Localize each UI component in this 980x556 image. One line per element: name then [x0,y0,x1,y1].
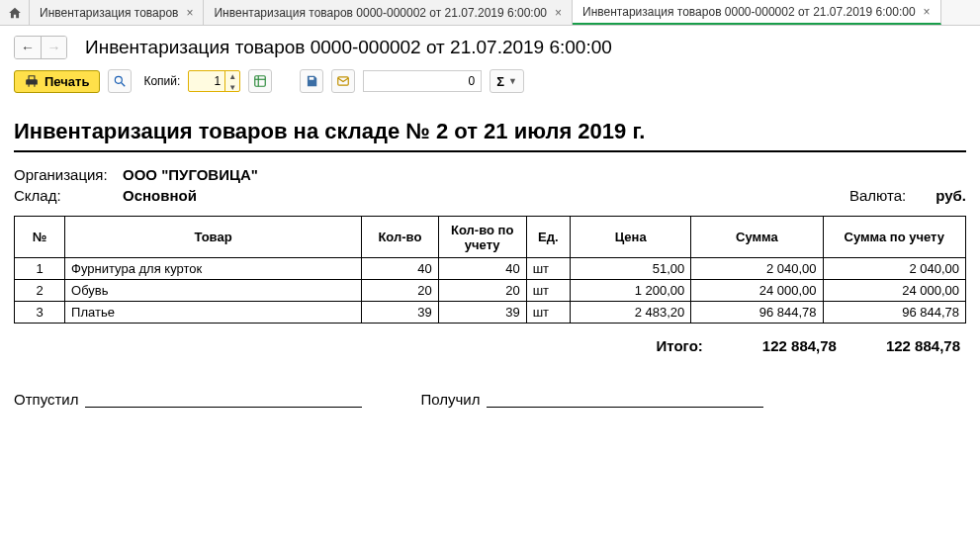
close-icon[interactable]: × [186,6,193,20]
page-title: Инвентаризация товаров 0000-000002 от 21… [85,37,612,58]
sign-recv-label: Получил [421,391,481,408]
tab-label: Инвентаризация товаров 0000-000002 от 21… [582,5,916,19]
cell-unit: шт [526,258,570,280]
svg-point-0 [116,76,123,83]
cell-sum: 96 844,78 [691,302,823,324]
cell-sum-acc: 24 000,00 [823,280,965,302]
nav-arrows: ← → [14,36,67,59]
currency-label: Валюта: [849,187,906,204]
cell-num: 2 [15,280,65,302]
spin-down-icon[interactable]: ▼ [225,82,239,93]
cell-sum-acc: 96 844,78 [823,302,965,324]
svg-rect-2 [255,76,266,87]
home-icon [8,6,22,20]
preview-button[interactable] [108,69,132,93]
totals-sum: 122 884,78 [762,337,837,354]
tab-label: Инвентаризация товаров [40,6,178,20]
col-unit: Ед. [526,217,570,258]
cell-qty: 39 [362,302,439,324]
sign-sent-line [85,390,362,408]
svg-line-1 [122,83,126,87]
meta-wh: Склад: Основной Валюта: руб. [14,187,966,204]
meta-org: Организация: ООО "ПУГОВИЦА" [14,166,966,183]
cell-num: 1 [15,258,65,280]
print-button[interactable]: Печать [14,70,100,93]
grid-icon [253,74,267,88]
cell-unit: шт [526,280,570,302]
cell-sum-acc: 2 040,00 [823,258,965,280]
col-item: Товар [65,217,362,258]
sign-recv: Получил [421,390,763,408]
col-qty: Кол-во [362,217,439,258]
org-label: Организация: [14,166,123,183]
cell-qty-acc: 40 [438,258,526,280]
cell-unit: шт [526,302,570,324]
cell-qty-acc: 39 [438,302,526,324]
spin-up-icon[interactable]: ▲ [225,71,239,82]
tab-3-active[interactable]: Инвентаризация товаров 0000-000002 от 21… [573,0,941,25]
col-sum-acc: Сумма по учету [823,217,965,258]
items-table: № Товар Кол-во Кол-во по учету Ед. Цена … [14,216,966,324]
sign-sent: Отпустил [14,390,362,408]
save-button[interactable] [300,69,323,93]
wh-value: Основной [123,187,197,204]
copies-stepper[interactable]: ▲ ▼ [188,70,240,92]
back-button[interactable]: ← [15,37,41,58]
copies-spin[interactable]: ▲ ▼ [224,71,239,91]
print-label: Печать [45,74,89,89]
tab-label: Инвентаризация товаров 0000-000002 от 21… [214,6,547,20]
toolbar: Печать Копий: ▲ ▼ Σ ▼ [0,65,980,103]
cell-item: Обувь [65,280,362,302]
totals-label: Итого: [657,337,703,354]
document-title: Инвентаризация товаров на складе № 2 от … [14,119,966,152]
cell-price: 2 483,20 [571,302,691,324]
tab-2[interactable]: Инвентаризация товаров 0000-000002 от 21… [204,0,573,25]
printer-icon [25,74,39,88]
magnifier-icon [113,74,127,88]
forward-button[interactable]: → [41,37,66,58]
totals-row: Итого: 122 884,78 122 884,78 [14,337,966,354]
document-preview: Инвентаризация товаров на складе № 2 от … [14,111,966,416]
currency-value: руб. [935,187,966,204]
cell-qty: 20 [362,280,439,302]
cell-qty: 40 [362,258,439,280]
cell-item: Платье [65,302,362,324]
col-qty-acc: Кол-во по учету [438,217,526,258]
chevron-down-icon: ▼ [508,76,517,86]
cell-sum: 2 040,00 [691,258,823,280]
table-header-row: № Товар Кол-во Кол-во по учету Ед. Цена … [15,217,966,258]
cell-num: 3 [15,302,65,324]
totals-sum-acc: 122 884,78 [886,337,960,354]
tab-bar: Инвентаризация товаров × Инвентаризация … [0,0,980,26]
wh-label: Склад: [14,187,123,204]
sigma-icon: Σ [496,74,504,89]
copies-label: Копий: [143,74,180,88]
close-icon[interactable]: × [924,5,931,19]
cell-price: 1 200,00 [571,280,691,302]
table-row: 2Обувь2020шт1 200,0024 000,0024 000,00 [15,280,966,302]
sign-recv-line [487,390,763,408]
sum-dropdown[interactable]: Σ ▼ [490,69,524,93]
org-value: ООО "ПУГОВИЦА" [123,166,258,183]
envelope-icon [336,74,350,88]
cell-qty-acc: 20 [438,280,526,302]
col-num: № [15,217,65,258]
nav-row: ← → Инвентаризация товаров 0000-000002 о… [0,26,980,65]
page-number-field[interactable] [363,70,482,92]
col-price: Цена [571,217,691,258]
sign-sent-label: Отпустил [14,391,79,408]
cell-price: 51,00 [571,258,691,280]
col-sum: Сумма [691,217,823,258]
table-row: 3Платье3939шт2 483,2096 844,7896 844,78 [15,302,966,324]
cell-item: Фурнитура для курток [65,258,362,280]
tab-1[interactable]: Инвентаризация товаров × [30,0,204,25]
table-row: 1Фурнитура для курток4040шт51,002 040,00… [15,258,966,280]
close-icon[interactable]: × [555,6,562,20]
table-settings-button[interactable] [248,69,272,93]
signatures: Отпустил Получил [14,390,966,408]
floppy-icon [305,74,318,88]
copies-input[interactable] [189,71,224,91]
mail-button[interactable] [331,69,355,93]
cell-sum: 24 000,00 [691,280,823,302]
home-tab[interactable] [0,0,30,25]
